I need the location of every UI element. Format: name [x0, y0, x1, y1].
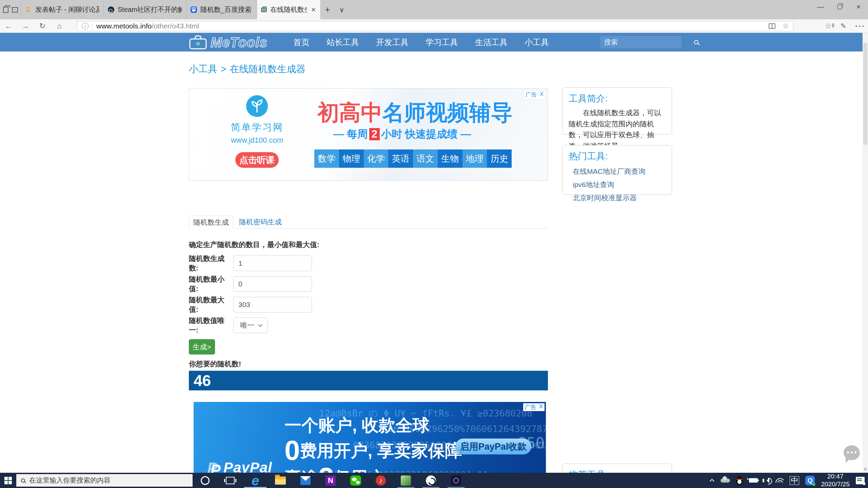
- home-button[interactable]: ⌂: [51, 22, 68, 30]
- site-info-icon[interactable]: i: [82, 23, 88, 29]
- purple-ring-app-button[interactable]: [443, 473, 469, 488]
- task-view-button[interactable]: [218, 473, 243, 488]
- hot-link-beijing-time[interactable]: 北京时间校准显示器: [569, 191, 666, 205]
- taskbar-apps: e N ♪: [193, 473, 469, 488]
- taskbar-search-placeholder: 在这里输入你要搜索的内容: [29, 476, 111, 485]
- toolbox-icon: [189, 35, 207, 50]
- subject-math: 数学: [314, 149, 339, 168]
- menu-item-home[interactable]: 首页: [293, 37, 310, 48]
- clock-time: 20:47: [821, 473, 850, 481]
- hub-icon[interactable]: ☆: [825, 22, 832, 30]
- ad-close-icon[interactable]: X: [540, 91, 544, 99]
- generator-tab-bar: 随机数生成 随机密码生成: [189, 216, 548, 229]
- close-button[interactable]: ×: [849, 0, 868, 14]
- scrollbar-thumb[interactable]: [863, 43, 867, 145]
- q-app-tray-icon[interactable]: Q: [805, 476, 815, 485]
- edge-app-button[interactable]: e: [243, 473, 268, 488]
- subject-history: 历史: [487, 149, 512, 168]
- onedrive-icon[interactable]: [721, 479, 730, 483]
- tool-intro-box: 工具简介: 在线随机数生成器，可以随机生成指定范围内的随机数，可以应用于双色球、…: [562, 87, 672, 135]
- settings-more-icon[interactable]: ···: [855, 21, 865, 31]
- toolbar-right-actions: ☆ ✎ ···: [825, 21, 865, 31]
- tab-title: 在线随机数生成器-在线: [270, 5, 307, 14]
- paypal-cta-button[interactable]: 启用PayPal收款: [455, 439, 531, 454]
- taskbar-clock[interactable]: 20:47 2020/7/25: [821, 473, 850, 488]
- ad-cta-button[interactable]: 点击听课: [235, 152, 279, 168]
- tab-random-password[interactable]: 随机密码生成: [239, 216, 282, 229]
- annotate-icon[interactable]: ✎: [840, 22, 846, 30]
- browser-tab-forum[interactable]: Z 发表帖子 - 闲聊讨论及灌水|: [21, 0, 104, 19]
- form-row-max: 随机数最大值:: [189, 297, 312, 312]
- breadcrumb-section-link[interactable]: 小工具: [189, 64, 217, 74]
- back-button[interactable]: ←: [0, 22, 17, 30]
- onenote-app-button[interactable]: N: [318, 473, 343, 488]
- count-input[interactable]: [233, 256, 312, 271]
- chevron-down-icon: [258, 323, 262, 327]
- subject-english: 英语: [388, 149, 413, 168]
- menu-item-small-tools[interactable]: 小工具: [525, 37, 549, 48]
- wifi-icon[interactable]: [775, 478, 784, 483]
- forward-button[interactable]: →: [17, 22, 34, 30]
- min-input[interactable]: [233, 276, 312, 292]
- top-ad-banner[interactable]: 广告 X 简单学习网 www.jd100.com 点击听课 初高中名师视频辅导 …: [189, 88, 548, 181]
- max-input[interactable]: [233, 297, 312, 312]
- browser-tab-active-metools[interactable]: 在线随机数生成器-在线 ×: [257, 0, 321, 19]
- browser-toolbar: ← → ↻ ⌂ i www.metools.info/other/o43.htm…: [0, 19, 868, 33]
- form-row-unique: 随机数值唯一: 唯一: [189, 318, 268, 333]
- action-center-icon[interactable]: [856, 477, 865, 484]
- generate-button[interactable]: 生成>: [189, 339, 215, 354]
- mail-app-button[interactable]: [293, 473, 318, 488]
- tab-list-chevron-icon[interactable]: ∨: [334, 0, 349, 19]
- reading-view-icon[interactable]: [769, 23, 775, 29]
- menu-item-webmaster-tools[interactable]: 站长工具: [327, 37, 359, 48]
- restore-icon: [837, 5, 842, 9]
- menu-item-dev-tools[interactable]: 开发工具: [376, 37, 409, 48]
- page-scrollbar[interactable]: ∨: [863, 33, 868, 473]
- mail-icon: [300, 476, 311, 485]
- windows-logo-icon: [4, 477, 12, 484]
- search-icon[interactable]: [694, 40, 698, 44]
- wechat-app-button[interactable]: [343, 473, 368, 488]
- screen: Z 发表帖子 - 闲聊讨论及灌水| Steam社区打不开的解决方案 随机数_百度…: [0, 0, 868, 488]
- minimize-button[interactable]: —: [811, 0, 830, 14]
- file-explorer-button[interactable]: [268, 473, 293, 488]
- restore-button[interactable]: [830, 0, 849, 14]
- browser-tab-steam[interactable]: Steam社区打不开的解决方案: [104, 0, 186, 19]
- ad-close-icon[interactable]: X: [539, 403, 543, 411]
- add-favorite-icon[interactable]: ☆: [782, 22, 789, 30]
- max-label: 随机数最大值:: [189, 295, 233, 314]
- menu-item-life-tools[interactable]: 生活工具: [475, 37, 508, 48]
- refresh-button[interactable]: ↻: [34, 22, 51, 30]
- hot-link-ipv6-lookup[interactable]: ipv6地址查询: [569, 178, 666, 191]
- site-search-input[interactable]: [600, 38, 694, 46]
- cortana-button[interactable]: [193, 473, 218, 488]
- netease-music-button[interactable]: ♪: [368, 473, 393, 488]
- taskbar-search-box[interactable]: 在这里输入你要搜索的内容: [16, 474, 193, 487]
- volume-icon[interactable]: [764, 478, 769, 483]
- form-row-count: 随机数生成数:: [189, 256, 312, 271]
- tab-close-icon[interactable]: ×: [311, 5, 316, 14]
- battery-icon[interactable]: [749, 478, 758, 483]
- set-tabs-aside-icon[interactable]: [12, 7, 18, 13]
- tray-expand-chevron-icon[interactable]: [710, 479, 714, 484]
- tab-random-number[interactable]: 随机数生成: [189, 216, 233, 229]
- hot-link-mac-lookup[interactable]: 在线MAC地址厂商查询: [569, 165, 666, 178]
- set-aside-tabs-icon[interactable]: [3, 7, 8, 13]
- site-navbar: MeTools 首页 站长工具 开发工具 学习工具 生活工具 小工具: [0, 33, 868, 52]
- scrollbar-down-arrow[interactable]: ∨: [863, 466, 868, 472]
- metools-logo[interactable]: MeTools: [189, 35, 268, 50]
- chat-bubble-button[interactable]: [844, 445, 860, 460]
- new-tab-button[interactable]: +: [321, 0, 334, 19]
- qq-penguin-icon[interactable]: [736, 476, 743, 485]
- white-circle-app-icon: [426, 475, 436, 486]
- address-bar[interactable]: i www.metools.info/other/o43.html ☆: [77, 21, 793, 31]
- wechat-icon: [350, 475, 361, 486]
- start-button[interactable]: [0, 473, 16, 488]
- browser-tab-baidu[interactable]: 随机数_百度搜索: [186, 0, 257, 19]
- menu-item-study-tools[interactable]: 学习工具: [426, 37, 458, 48]
- white-circle-app-button[interactable]: [418, 473, 443, 488]
- ime-indicator[interactable]: 中: [790, 476, 799, 485]
- url-text[interactable]: www.metools.info/other/o43.html: [96, 22, 199, 30]
- green-app-button[interactable]: [393, 473, 418, 488]
- unique-select[interactable]: 唯一: [233, 318, 268, 333]
